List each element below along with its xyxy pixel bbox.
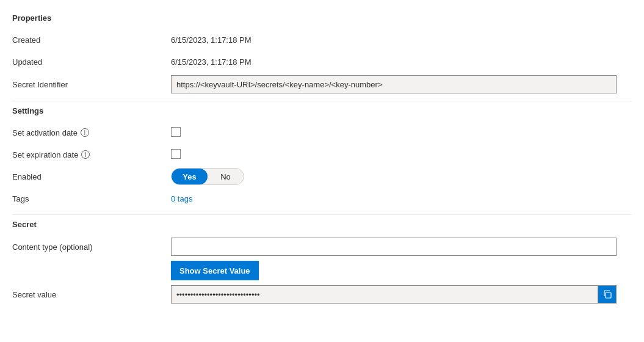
tags-row: Tags 0 tags <box>12 187 632 209</box>
created-row: Created 6/15/2023, 1:17:18 PM <box>12 29 632 51</box>
divider-2 <box>12 214 632 215</box>
copy-icon <box>602 289 612 299</box>
copy-secret-button[interactable] <box>598 285 617 304</box>
activation-row: Set activation date i <box>12 122 632 144</box>
properties-section: Properties Created 6/15/2023, 1:17:18 PM… <box>12 13 632 96</box>
activation-label: Set activation date i <box>12 128 171 137</box>
secret-identifier-input[interactable] <box>171 75 617 93</box>
created-label: Created <box>12 35 171 45</box>
activation-info-icon[interactable]: i <box>81 128 89 137</box>
content-type-input[interactable] <box>171 238 617 256</box>
updated-label: Updated <box>12 57 171 67</box>
enabled-toggle-container: Yes No <box>171 168 632 185</box>
svg-rect-0 <box>606 293 611 298</box>
expiration-row: Set expiration date i <box>12 144 632 166</box>
secret-value-row: Secret value <box>12 283 632 306</box>
expiration-checkbox-container <box>171 149 632 161</box>
tags-label: Tags <box>12 194 171 203</box>
secret-identifier-row: Secret Identifier <box>12 73 632 96</box>
content-type-input-container <box>171 238 632 256</box>
secret-identifier-value-container <box>171 75 632 93</box>
updated-value: 6/15/2023, 1:17:18 PM <box>171 57 632 67</box>
divider-1 <box>12 101 632 101</box>
tags-value-container: 0 tags <box>171 194 632 203</box>
activation-checkbox[interactable] <box>171 127 181 137</box>
updated-row: Updated 6/15/2023, 1:17:18 PM <box>12 51 632 73</box>
settings-title: Settings <box>12 106 632 115</box>
secret-value-input-container <box>171 285 632 304</box>
show-secret-btn-container: Show Secret Value <box>171 261 632 280</box>
settings-section: Settings Set activation date i Set expir… <box>12 106 632 209</box>
expiration-label: Set expiration date i <box>12 150 171 159</box>
expiration-checkbox[interactable] <box>171 149 181 159</box>
expiration-info-icon[interactable]: i <box>81 150 90 159</box>
secret-value-input[interactable] <box>171 285 598 304</box>
show-secret-button[interactable]: Show Secret Value <box>171 261 259 280</box>
toggle-yes-option[interactable]: Yes <box>172 169 208 184</box>
secret-title: Secret <box>12 220 632 229</box>
content-type-row: Content type (optional) <box>12 235 632 258</box>
created-value: 6/15/2023, 1:17:18 PM <box>171 35 632 45</box>
activation-checkbox-container <box>171 127 632 139</box>
secret-identifier-label: Secret Identifier <box>12 80 171 89</box>
properties-title: Properties <box>12 13 632 23</box>
show-secret-row: Show Secret Value <box>12 258 632 283</box>
tags-link[interactable]: 0 tags <box>171 194 192 203</box>
content-type-label: Content type (optional) <box>12 242 171 252</box>
secret-section: Secret Content type (optional) Show Secr… <box>12 220 632 306</box>
toggle-no-option[interactable]: No <box>208 169 244 184</box>
secret-value-label: Secret value <box>12 290 171 299</box>
enabled-toggle[interactable]: Yes No <box>171 168 244 185</box>
enabled-label: Enabled <box>12 172 171 181</box>
enabled-row: Enabled Yes No <box>12 166 632 187</box>
